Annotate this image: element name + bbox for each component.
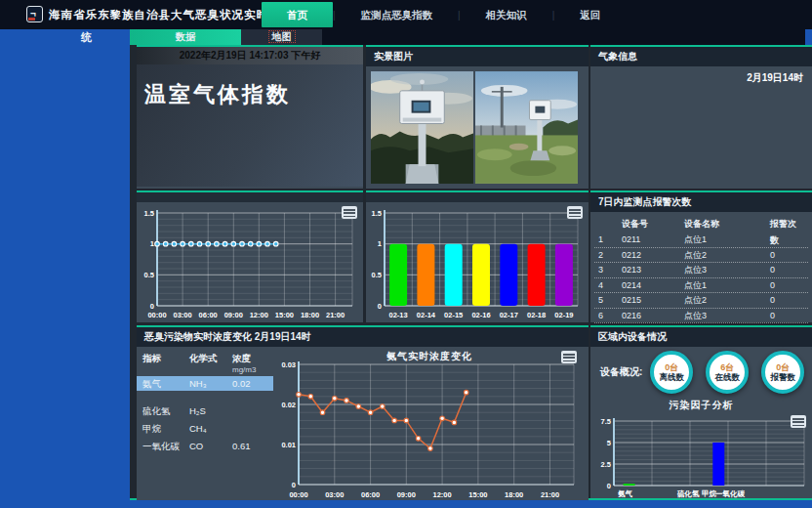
svg-text:0.03: 0.03 [281,360,296,369]
svg-text:02-16: 02-16 [471,311,490,319]
col-value: 浓度mg/m3 [232,353,275,374]
pollutant-table-rows: 氨气NH₃0.02硫化氢H₂S甲烷CH₄一氧化碳CO0.61 [137,376,273,453]
pollutant-table: 指标 化学式 浓度mg/m3 氨气NH₃0.02硫化氢H₂S甲烷CH₄一氧化碳C… [137,347,273,500]
svg-text:氨气: 氨气 [617,489,633,498]
dashboard: ¬ 海南省乐东黎族自治县大气恶臭状况实时发布系 首页 | 监测点恶臭指数 | 相… [0,0,812,508]
panel-alarm-counts: 7日内监测点报警次数 设备号 设备名称 报警次数 10211点位1020212点… [590,190,812,322]
svg-text:06:00: 06:00 [361,490,380,499]
svg-text:03:00: 03:00 [325,490,344,499]
device-id: 0215 [622,293,684,308]
alarm-table-header: 设备号 设备名称 报警次数 [594,216,808,233]
device-stat-circles: 0台离线数6台在线数0台报警数 [650,351,804,394]
top-navbar: ¬ 海南省乐东黎族自治县大气恶臭状况实时发布系 首页 | 监测点恶臭指数 | 相… [0,0,812,29]
svg-text:0.5: 0.5 [144,271,154,279]
pollutant-value: 0.02 [232,376,275,391]
device-id: 0214 [622,278,684,293]
svg-text:0.02: 0.02 [281,401,296,409]
svg-text:06:00: 06:00 [199,311,218,319]
pollutant-name: 氨气 [142,376,189,391]
ammonia-trend-chart: 00.010.020.0300:0003:0006:0009:0012:0015… [273,347,586,500]
col-indicator: 指标 [142,353,189,374]
site-photo-1 [371,71,473,184]
tab-data[interactable]: 数据 [130,29,241,45]
nav-item-back[interactable]: 返回 [554,2,626,27]
svg-text:15:00: 15:00 [468,490,487,499]
pollutant-row[interactable]: 甲烷CH₄ [137,421,273,436]
alarm-table-row: 40214点位10 [594,278,808,294]
tab-map[interactable]: 地图 [241,29,322,45]
svg-text:02-18: 02-18 [527,311,546,319]
svg-text:7.5: 7.5 [601,417,611,426]
alarm-count: 0 [770,233,804,247]
device-id: 0216 [622,309,684,323]
tab-bar: 统 数据 地图 [0,29,812,45]
alarm-table-row: 30213点位30 [594,263,808,278]
row-index: 2 [598,248,622,263]
alarm-table-row: 50215点位20 [594,293,808,309]
device-name: 点位3 [684,263,770,277]
col-formula: 化学式 [189,353,232,374]
svg-text:18:00: 18:00 [301,311,319,319]
pollutant-row[interactable]: 硫化氢H₂S [137,403,273,418]
main-nav: 首页 | 监测点恶臭指数 | 相关知识 | 返回 [262,0,626,29]
greenhouse-index-title: 温室气体指数 [137,64,363,109]
device-count: 0台 [776,362,790,372]
svg-text:1.5: 1.5 [144,209,154,218]
svg-text:0: 0 [378,302,382,311]
chart-menu-icon[interactable] [567,206,583,219]
panel-greenhouse-trend-chart: 00.511.500:0003:0006:0009:0012:0015:0018… [137,190,363,322]
panel-header [137,192,363,202]
svg-text:1.5: 1.5 [372,209,382,218]
chart-menu-icon[interactable] [561,351,577,363]
nav-item-home[interactable]: 首页 [262,2,333,27]
alarm-count: 0 [770,293,804,308]
device-name: 点位1 [684,278,770,293]
panel-header [366,192,589,202]
row-index: 5 [598,293,622,308]
device-stat-circle: 6台在线数 [706,351,749,394]
panel-title: 恶臭污染物实时浓度变化 2月19日14时 [137,327,589,347]
svg-text:一氧化碳: 一氧化碳 [715,489,746,498]
svg-text:12:00: 12:00 [250,311,268,319]
pollution-factor-chart: 02.557.5氨气硫化氢甲烷一氧化碳 [594,413,808,499]
pollutant-row[interactable]: 氨气NH₃0.02 [137,376,273,391]
svg-text:02-13: 02-13 [389,311,408,319]
device-stat-circle: 0台报警数 [761,351,804,394]
device-name: 点位2 [684,293,770,308]
svg-text:2.5: 2.5 [601,460,611,469]
pollutant-value [232,421,275,436]
pollutant-row[interactable]: 一氧化碳CO0.61 [137,439,273,453]
panel-title: 区域内设备情况 [590,327,812,347]
site-photo-2 [475,71,578,184]
weather-timestamp: 2月19日14时 [590,66,812,90]
svg-text:02-19: 02-19 [554,311,573,319]
device-id: 0212 [622,248,684,263]
pollutant-name: 硫化氢 [142,403,189,418]
svg-text:硫化氢: 硫化氢 [677,489,700,498]
panel-title: 7日内监测点报警次数 [590,192,812,212]
daily-index-chart: 00.511.502-1302-1402-1502-1602-1702-1802… [367,203,586,320]
left-sidebar [0,45,130,500]
alarm-table-row: 10211点位10 [594,233,808,248]
device-overview-label: 设备概况: [590,365,650,379]
chart-menu-icon[interactable] [342,206,357,219]
pollutant-formula: NH₃ [189,376,232,391]
nav-item-odor-index[interactable]: 监测点恶臭指数 [336,2,459,27]
row-index: 1 [598,233,622,247]
greenhouse-trend-chart: 00.511.500:0003:0006:0009:0012:0015:0018… [138,203,360,320]
svg-text:12:00: 12:00 [433,490,452,499]
svg-text:15:00: 15:00 [275,311,294,319]
panel-title: 实景图片 [366,47,589,66]
svg-text:00:00: 00:00 [147,311,166,319]
pollutant-table-header: 指标 化学式 浓度mg/m3 [137,347,273,376]
nav-item-knowledge[interactable]: 相关知识 [461,2,552,27]
svg-text:00:00: 00:00 [289,490,307,499]
svg-text:0: 0 [292,481,296,489]
svg-text:1: 1 [378,239,382,248]
svg-text:03:00: 03:00 [174,311,192,319]
panel-site-photos: 实景图片 [366,45,589,189]
alarm-table-row: 20212点位20 [594,248,808,264]
svg-text:09:00: 09:00 [224,311,243,319]
bottom-frame [0,500,812,508]
chart-menu-icon[interactable] [791,415,806,428]
